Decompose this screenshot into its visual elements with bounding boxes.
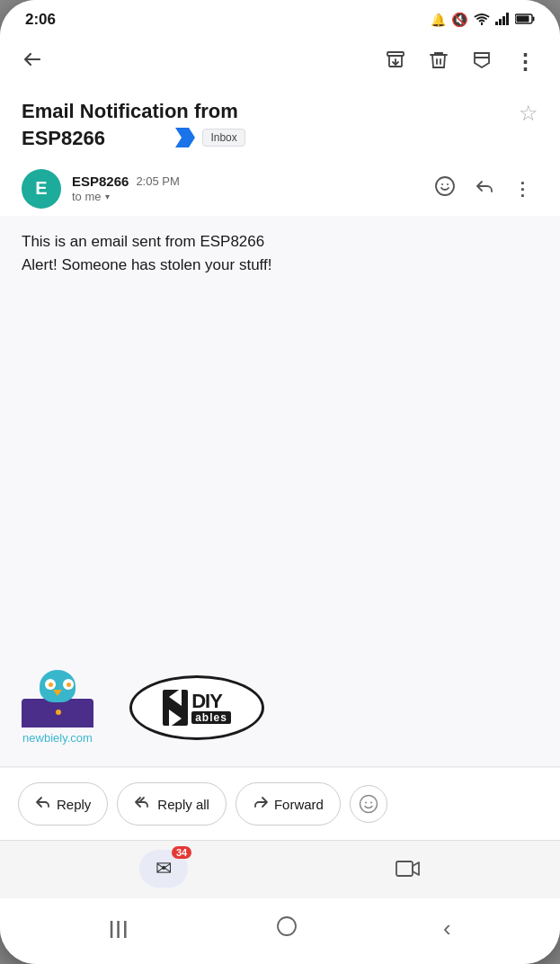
- diyables-logo: DIY ables: [129, 675, 264, 740]
- owl-left-eye: [45, 679, 56, 690]
- sender-actions: ⋮: [427, 168, 538, 209]
- star-button[interactable]: ☆: [519, 101, 538, 126]
- signal-icon: [495, 13, 510, 28]
- reply-all-icon: [134, 794, 152, 814]
- reply-all-button[interactable]: Reply all: [117, 782, 227, 826]
- mail-btn-wrap[interactable]: ✉ 34: [139, 850, 188, 888]
- mail-badge: 34: [172, 846, 191, 859]
- sender-time: 2:05 PM: [136, 174, 179, 188]
- system-nav: ||| ‹: [0, 898, 560, 964]
- emoji-button[interactable]: [350, 785, 387, 823]
- mail-nav-item[interactable]: ✉ 34: [139, 850, 188, 888]
- mute-icon: 🔇: [451, 12, 468, 28]
- newbiely-logo: newbiely.com: [22, 670, 93, 745]
- video-icon: [396, 859, 421, 879]
- diy-triangle-right: [169, 710, 182, 727]
- battery-icon: [515, 13, 535, 27]
- svg-rect-15: [396, 861, 413, 876]
- recent-apps-button[interactable]: |||: [87, 911, 151, 946]
- mail-icon: ✉: [156, 857, 172, 879]
- svg-rect-3: [506, 13, 509, 25]
- forward-button[interactable]: Forward: [236, 782, 341, 826]
- action-buttons: Reply Reply all Forward: [0, 767, 560, 840]
- status-icons: 🔔 🔇: [431, 12, 535, 28]
- newbiely-text: newbiely.com: [22, 731, 93, 745]
- diy-triangle-left: [169, 688, 182, 706]
- status-bar: 2:06 🔔 🔇: [0, 0, 560, 36]
- svg-point-13: [365, 802, 367, 804]
- sender-to-label: to me: [72, 190, 102, 203]
- emoji-reaction-button[interactable]: [427, 168, 463, 209]
- reply-label: Reply: [57, 797, 91, 812]
- owl-right-eye: [63, 679, 74, 690]
- svg-rect-2: [502, 16, 505, 25]
- reply-all-label: Reply all: [157, 797, 209, 812]
- svg-rect-16: [278, 917, 296, 935]
- phone-frame: 2:06 🔔 🔇: [0, 0, 560, 964]
- archive-button[interactable]: [376, 42, 415, 83]
- chevron-down-icon: ▾: [105, 192, 110, 201]
- owl-eyes: [45, 679, 74, 690]
- owl-right-pupil: [67, 683, 71, 687]
- svg-marker-8: [175, 128, 195, 147]
- svg-point-11: [447, 183, 449, 185]
- back-sys-button[interactable]: ‹: [422, 907, 473, 950]
- avatar: E: [22, 169, 61, 209]
- svg-rect-0: [495, 22, 498, 25]
- svg-rect-6: [517, 16, 529, 22]
- sender-row: E ESP8266 2:05 PM to me ▾: [0, 157, 560, 216]
- email-body: This is an email sent from ESP8266Alert!…: [0, 216, 560, 648]
- owl-icon: [22, 670, 93, 727]
- sender-to-row[interactable]: to me ▾: [72, 190, 427, 203]
- subject-block: Email Notification from ESP8266 Inbox: [22, 99, 245, 150]
- diy-inner: DIY ables: [163, 690, 231, 726]
- svg-rect-1: [499, 19, 502, 25]
- forward-label: Forward: [274, 797, 324, 812]
- svg-point-10: [441, 183, 443, 185]
- laptop-dot: [56, 710, 61, 715]
- subject-line2: ESP8266 Inbox: [22, 126, 245, 151]
- label-button[interactable]: [462, 42, 502, 83]
- more-button[interactable]: ⋮: [505, 42, 546, 82]
- sender-name-row: ESP8266 2:05 PM: [72, 174, 427, 189]
- ables-text: ables: [191, 711, 231, 724]
- inbox-arrow-icon: [175, 128, 195, 147]
- inbox-badge: Inbox: [202, 129, 244, 147]
- reply-icon: [35, 794, 51, 814]
- bottom-nav: ✉ 34: [0, 840, 560, 898]
- sender-name: ESP8266: [72, 174, 129, 189]
- email-body-text: This is an email sent from ESP8266Alert!…: [22, 230, 538, 276]
- diy-text: DIY: [191, 692, 222, 711]
- svg-point-9: [436, 177, 454, 195]
- svg-rect-5: [533, 17, 535, 22]
- video-nav-item[interactable]: [396, 859, 421, 879]
- email-header: Email Notification from ESP8266 Inbox ☆: [0, 88, 560, 157]
- diy-rect: [163, 690, 188, 726]
- subject-esp: ESP8266: [22, 126, 161, 151]
- sender-info: ESP8266 2:05 PM to me ▾: [72, 174, 427, 203]
- diy-triangles: [169, 688, 182, 727]
- svg-point-14: [370, 802, 372, 804]
- svg-rect-7: [387, 52, 404, 56]
- more-options-button[interactable]: ⋮: [506, 171, 538, 207]
- forward-icon: [253, 794, 269, 814]
- subject-line1: Email Notification from: [22, 99, 238, 124]
- back-button[interactable]: [14, 41, 50, 83]
- nav-bar: ⋮: [0, 36, 560, 88]
- home-button[interactable]: [254, 908, 319, 950]
- reply-button[interactable]: Reply: [18, 782, 108, 826]
- delete-button[interactable]: [419, 42, 458, 83]
- status-time: 2:06: [25, 11, 56, 29]
- svg-point-12: [360, 796, 377, 813]
- diy-text-block: DIY ables: [191, 692, 231, 724]
- reply-quick-button[interactable]: [467, 168, 502, 209]
- wifi-icon: [474, 13, 490, 28]
- owl-left-pupil: [49, 683, 53, 687]
- alarm-icon: 🔔: [431, 13, 446, 27]
- subject-row: Email Notification from ESP8266 Inbox ☆: [22, 99, 538, 150]
- diyables-oval: DIY ables: [129, 675, 264, 740]
- diy-icon-block: [163, 690, 188, 726]
- logos-area: newbiely.com DIY able: [0, 648, 560, 766]
